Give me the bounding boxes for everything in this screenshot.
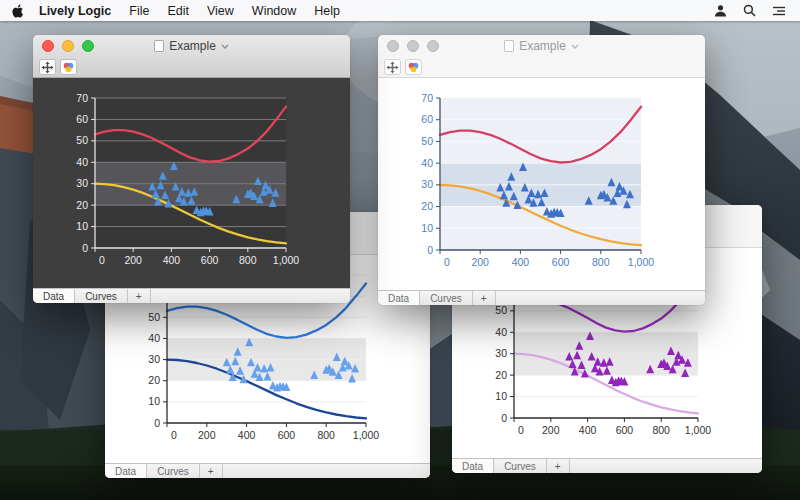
zoom-button[interactable] <box>427 40 439 52</box>
y-tick-label: 0 <box>427 244 433 256</box>
y-tick-label: 0 <box>82 242 88 254</box>
tab-data[interactable]: Data <box>33 289 75 303</box>
tab-curves[interactable]: Curves <box>75 289 128 303</box>
window-dark-theme: Example 01020304050607002004006008001,00… <box>33 35 350 303</box>
notification-list-icon[interactable] <box>772 5 786 17</box>
title-bar[interactable]: Example <box>33 35 350 57</box>
desktop: Lively Logic File Edit View Window Help <box>0 0 800 500</box>
y-tick-label: 70 <box>76 92 88 104</box>
window-title: Example <box>169 39 216 53</box>
add-tab-button[interactable]: + <box>128 289 151 303</box>
menu-bar: Lively Logic File Edit View Window Help <box>0 0 800 21</box>
move-tool-button[interactable] <box>39 59 56 75</box>
y-tick-label: 20 <box>421 200 433 212</box>
y-tick-label: 30 <box>148 353 160 365</box>
toolbar <box>33 57 350 77</box>
tab-data[interactable]: Data <box>452 459 494 473</box>
x-tick-label: 1,000 <box>685 424 711 436</box>
y-tick-label: 40 <box>76 156 88 168</box>
y-tick-label: 20 <box>148 374 160 386</box>
y-tick-label: 10 <box>76 220 88 232</box>
title-chevron-down-icon[interactable] <box>571 44 579 49</box>
y-tick-label: 30 <box>76 177 88 189</box>
y-tick-label: 60 <box>421 113 433 125</box>
user-icon[interactable] <box>714 4 727 17</box>
window-light-blue-theme: Example 01020304050607002004006008001,00… <box>378 35 705 305</box>
x-tick-label: 400 <box>579 424 597 436</box>
x-tick-label: 0 <box>444 256 450 268</box>
y-tick-label: 40 <box>495 326 507 338</box>
x-tick-label: 800 <box>592 256 610 268</box>
tab-data[interactable]: Data <box>105 464 147 478</box>
search-icon[interactable] <box>743 4 756 17</box>
y-tick-label: 50 <box>495 304 507 316</box>
y-tick-label: 60 <box>76 113 88 125</box>
y-tick-label: 50 <box>76 134 88 146</box>
tab-bar-filler <box>496 291 705 305</box>
bottom-tab-bar: Data Curves + <box>105 463 430 478</box>
y-tick-label: 50 <box>148 311 160 323</box>
tab-bar-filler <box>223 464 430 478</box>
menu-help[interactable]: Help <box>314 4 340 18</box>
add-tab-button[interactable]: + <box>547 459 570 473</box>
x-tick-label: 600 <box>201 254 219 266</box>
add-tab-button[interactable]: + <box>200 464 223 478</box>
x-tick-label: 600 <box>616 424 634 436</box>
document-proxy-icon <box>154 40 164 52</box>
color-palette-button[interactable] <box>60 59 77 75</box>
menu-window[interactable]: Window <box>252 4 296 18</box>
y-tick-label: 20 <box>495 369 507 381</box>
x-tick-label: 800 <box>317 429 335 441</box>
y-tick-label: 0 <box>501 412 507 424</box>
y-tick-label: 10 <box>421 222 433 234</box>
document-proxy-icon <box>504 40 514 52</box>
x-tick-label: 1,000 <box>273 254 299 266</box>
y-tick-label: 10 <box>495 390 507 402</box>
x-tick-label: 1,000 <box>628 256 654 268</box>
bottom-tab-bar: Data Curves + <box>452 458 762 473</box>
x-tick-label: 1,000 <box>353 429 379 441</box>
tab-curves[interactable]: Curves <box>494 459 547 473</box>
x-tick-label: 600 <box>552 256 570 268</box>
menu-edit[interactable]: Edit <box>167 4 189 18</box>
y-tick-label: 30 <box>421 178 433 190</box>
minimize-button[interactable] <box>62 40 74 52</box>
y-tick-label: 40 <box>148 332 160 344</box>
tab-data[interactable]: Data <box>378 291 420 305</box>
x-tick-label: 800 <box>652 424 670 436</box>
x-tick-label: 200 <box>542 424 560 436</box>
tab-bar-filler <box>151 289 350 303</box>
tab-curves[interactable]: Curves <box>147 464 200 478</box>
chart-canvas[interactable]: 01020304050607002004006008001,000 <box>378 78 705 290</box>
tab-curves[interactable]: Curves <box>420 291 473 305</box>
move-tool-button[interactable] <box>384 59 401 75</box>
x-tick-label: 400 <box>512 256 530 268</box>
chart-pane: 01020304050607002004006008001,000 <box>378 78 705 290</box>
chart-canvas[interactable]: 01020304050607002004006008001,000 <box>33 78 350 288</box>
x-tick-label: 400 <box>238 429 256 441</box>
zoom-button[interactable] <box>82 40 94 52</box>
add-tab-button[interactable]: + <box>473 291 496 305</box>
x-tick-label: 400 <box>163 254 181 266</box>
color-palette-button[interactable] <box>405 59 422 75</box>
y-tick-label: 20 <box>76 199 88 211</box>
menu-view[interactable]: View <box>207 4 234 18</box>
x-tick-label: 0 <box>99 254 105 266</box>
y-tick-label: 40 <box>421 157 433 169</box>
x-tick-label: 200 <box>471 256 489 268</box>
close-button[interactable] <box>387 40 399 52</box>
close-button[interactable] <box>42 40 54 52</box>
title-bar[interactable]: Example <box>378 35 705 57</box>
y-tick-label: 0 <box>154 417 160 429</box>
app-menu-title[interactable]: Lively Logic <box>39 4 111 18</box>
x-tick-label: 800 <box>239 254 257 266</box>
minimize-button[interactable] <box>407 40 419 52</box>
window-title: Example <box>519 39 566 53</box>
apple-menu-icon[interactable] <box>12 4 25 18</box>
x-tick-label: 0 <box>518 424 524 436</box>
toolbar <box>378 57 705 77</box>
title-chevron-down-icon[interactable] <box>221 44 229 49</box>
menu-file[interactable]: File <box>129 4 149 18</box>
x-tick-label: 0 <box>171 429 177 441</box>
window-header: Example <box>378 35 705 78</box>
